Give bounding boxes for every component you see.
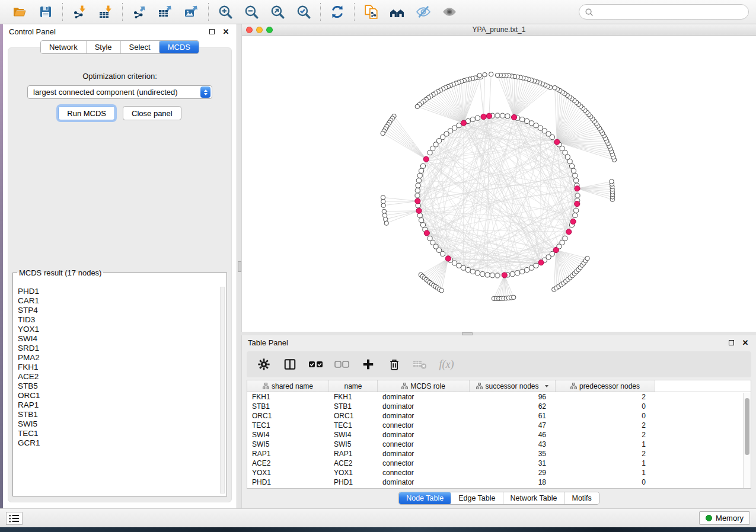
mcds-list-scrollbar[interactable]	[220, 287, 225, 493]
cell-predecessor-nodes[interactable]: 0	[556, 478, 655, 486]
cell-name[interactable]: RAP1	[329, 450, 378, 458]
delete-column-button[interactable]	[384, 355, 404, 374]
mcds-result-item[interactable]: STP4	[18, 306, 218, 315]
zoom-selected-button[interactable]	[291, 2, 316, 22]
sort-indicator-icon[interactable]	[545, 385, 548, 387]
tab-style[interactable]: Style	[87, 41, 121, 53]
cell-predecessor-nodes[interactable]: 2	[556, 393, 655, 401]
table-row[interactable]: YOX1YOX1connector291	[247, 468, 751, 477]
save-session-button[interactable]	[33, 2, 58, 22]
tab-edge-table[interactable]: Edge Table	[451, 492, 503, 504]
cell-successor-nodes[interactable]: 29	[470, 469, 556, 477]
cell-name[interactable]: ORC1	[329, 412, 378, 420]
cell-shared-name[interactable]: STB1	[247, 402, 329, 411]
mcds-hub-node[interactable]	[424, 230, 429, 236]
export-image-button[interactable]	[179, 2, 204, 22]
panel-menu-button[interactable]	[6, 512, 23, 525]
cell-predecessor-nodes[interactable]: 2	[556, 421, 655, 430]
mcds-result-item[interactable]: FKH1	[18, 363, 218, 372]
export-table-button[interactable]	[153, 2, 178, 22]
table-panel-close-button[interactable]: ✕	[741, 338, 750, 348]
network-node[interactable]	[573, 173, 578, 178]
cell-shared-name[interactable]: SWI5	[247, 440, 329, 448]
mcds-result-item[interactable]: SWI4	[18, 334, 218, 344]
network-node[interactable]	[465, 267, 470, 272]
cell-shared-name[interactable]: YOX1	[247, 469, 329, 477]
cell-MCDS-role[interactable]: dominator	[378, 478, 470, 486]
network-node[interactable]	[525, 267, 529, 272]
network-node[interactable]	[420, 164, 425, 168]
cell-name[interactable]: TEC1	[329, 421, 378, 430]
network-node[interactable]	[470, 269, 475, 274]
column-header-predecessor-nodes[interactable]: predecessor nodes	[556, 380, 655, 392]
cell-MCDS-role[interactable]: connector	[378, 469, 470, 477]
cell-predecessor-nodes[interactable]: 2	[556, 450, 655, 458]
control-panel-close-button[interactable]: ✕	[221, 27, 231, 37]
mcds-hub-node[interactable]	[423, 156, 429, 162]
column-header-shared-name[interactable]: shared name	[247, 380, 329, 392]
mcds-hub-node[interactable]	[566, 229, 572, 235]
network-node[interactable]	[452, 261, 457, 265]
optimization-criterion-select[interactable]: largest connected component (undirected)	[27, 85, 212, 99]
memory-button[interactable]: Memory	[699, 511, 750, 525]
mcds-result-item[interactable]: RAP1	[18, 400, 218, 410]
panel-divider-vertical[interactable]	[237, 24, 241, 508]
zoom-out-button[interactable]	[239, 2, 264, 22]
cell-predecessor-nodes[interactable]: 2	[556, 431, 655, 439]
network-node[interactable]	[428, 150, 432, 155]
mcds-hub-node[interactable]	[554, 139, 560, 145]
create-column-button[interactable]	[358, 355, 378, 374]
table-row[interactable]: SWI5SWI5connector431	[247, 440, 751, 449]
run-mcds-button[interactable]: Run MCDS	[58, 106, 115, 120]
cell-MCDS-role[interactable]: dominator	[378, 431, 470, 439]
network-node[interactable]	[520, 117, 525, 122]
export-network-button[interactable]	[127, 2, 152, 22]
mcds-hub-node[interactable]	[461, 120, 466, 126]
cell-successor-nodes[interactable]: 47	[470, 421, 556, 430]
delete-table-button[interactable]	[410, 355, 430, 374]
network-node[interactable]	[569, 164, 574, 168]
hide-selected-button[interactable]	[411, 2, 436, 22]
tab-motifs[interactable]: Motifs	[564, 492, 598, 504]
tab-network-table[interactable]: Network Table	[503, 492, 565, 504]
column-header-name[interactable]: name	[329, 380, 378, 392]
cell-name[interactable]: SWI5	[329, 440, 378, 448]
network-node[interactable]	[415, 188, 420, 193]
mcds-hub-node[interactable]	[511, 114, 516, 120]
network-node[interactable]	[490, 273, 495, 278]
cell-MCDS-role[interactable]: dominator	[378, 412, 470, 420]
import-table-button[interactable]	[93, 2, 118, 22]
cell-name[interactable]: STB1	[329, 402, 378, 411]
open-file-button[interactable]	[7, 2, 32, 22]
network-node[interactable]	[485, 273, 490, 277]
table-scrollbar[interactable]	[743, 393, 751, 488]
cell-MCDS-role[interactable]: dominator	[378, 393, 470, 401]
cell-MCDS-role[interactable]: dominator	[378, 402, 470, 411]
mcds-hub-node[interactable]	[415, 198, 420, 204]
cell-successor-nodes[interactable]: 96	[470, 393, 556, 401]
table-panel-float-button[interactable]	[726, 338, 736, 348]
mcds-result-item[interactable]: TID3	[18, 315, 218, 325]
zoom-in-button[interactable]	[213, 2, 238, 22]
zoom-fit-button[interactable]	[265, 2, 290, 22]
mcds-hub-node[interactable]	[575, 186, 580, 191]
network-node[interactable]	[515, 271, 519, 275]
network-node[interactable]	[457, 263, 461, 268]
network-node[interactable]	[534, 123, 538, 128]
function-builder-button[interactable]: f(x)	[436, 355, 457, 374]
control-panel-float-button[interactable]	[207, 27, 216, 37]
cell-successor-nodes[interactable]: 35	[470, 450, 556, 458]
network-node[interactable]	[510, 272, 515, 277]
network-node[interactable]	[470, 117, 475, 122]
mcds-result-item[interactable]: ORC1	[18, 391, 218, 400]
import-network-button[interactable]	[67, 2, 92, 22]
show-column-panel-button[interactable]	[280, 355, 300, 374]
first-neighbors-button[interactable]	[385, 2, 410, 22]
cell-predecessor-nodes[interactable]: 1	[556, 440, 655, 448]
cell-name[interactable]: ACE2	[329, 459, 378, 467]
network-node[interactable]	[500, 113, 505, 118]
table-row[interactable]: FKH1FKH1dominator962	[247, 392, 751, 402]
cell-MCDS-role[interactable]: connector	[378, 440, 470, 448]
network-node[interactable]	[416, 183, 420, 188]
cell-name[interactable]: YOX1	[329, 469, 378, 477]
